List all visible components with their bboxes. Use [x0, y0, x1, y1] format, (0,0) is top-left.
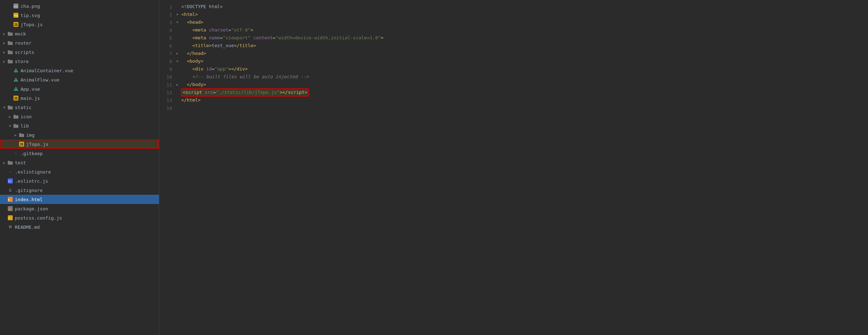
- sidebar-item-lib[interactable]: lib: [0, 121, 159, 130]
- fold-arrow[interactable]: ▶: [176, 83, 181, 86]
- sidebar-item-router[interactable]: router: [0, 38, 159, 47]
- plain-icon: ·: [7, 169, 13, 174]
- code-line-2: 2▼<html>: [159, 11, 868, 18]
- sidebar-item-label: package.json: [15, 206, 159, 211]
- sidebar-item-app-vue[interactable]: App.vue: [0, 84, 159, 93]
- sidebar-item-package-json[interactable]: {}package.json: [0, 204, 159, 213]
- line-content: </html>: [181, 96, 862, 104]
- sidebar-item-label: icon: [21, 114, 159, 119]
- sidebar-item-postcss-config-js[interactable]: JSpostcss.config.js: [0, 213, 159, 222]
- sidebar-item-tip-svg[interactable]: svgtip.svg: [0, 11, 159, 20]
- folder-icon: [7, 40, 13, 45]
- svg-rect-33: [8, 161, 10, 162]
- line-content: <head>: [181, 18, 862, 26]
- line-number: 5: [159, 35, 176, 41]
- sidebar-item-gitkeep[interactable]: ·.gitkeep: [0, 149, 159, 158]
- line-number: 4: [159, 28, 176, 33]
- line-number: 8: [159, 59, 176, 64]
- svg-text:JS: JS: [14, 97, 18, 100]
- line-number: 1: [159, 4, 176, 10]
- sidebar-item-label: index.html: [15, 197, 159, 202]
- line-content: </body>: [181, 81, 862, 89]
- svg-rect-25: [13, 115, 16, 116]
- sidebar-item-readme-md[interactable]: MREADME.md: [0, 222, 159, 232]
- sidebar-item-mock[interactable]: mock: [0, 29, 159, 38]
- fold-arrow[interactable]: ▼: [176, 21, 181, 24]
- line-content: <script src="./static/lib/jTopo.js"></sc…: [181, 89, 862, 96]
- code-line-8: 8▼ <body>: [159, 57, 868, 65]
- line-number: 10: [159, 74, 176, 80]
- line-number: 7: [159, 51, 176, 56]
- file-tree: pngcha.pngsvgtip.svgJSjTopo.js mock rout…: [0, 0, 159, 335]
- fold-arrow[interactable]: ▶: [176, 52, 181, 55]
- line-content: <html>: [181, 11, 862, 18]
- sidebar-item-label: jTopo.js: [21, 22, 159, 27]
- sidebar-item-animal-container-vue[interactable]: AnimalContainer.vue: [0, 66, 159, 75]
- sidebar-item-label: lib: [21, 123, 159, 129]
- sidebar-item-label: store: [15, 59, 159, 64]
- folder-icon: [13, 123, 19, 128]
- line-content: <meta name="viewport" content="width=dev…: [181, 34, 862, 42]
- svg-rect-13: [8, 59, 10, 61]
- line-number: 3: [159, 20, 176, 25]
- fold-arrow[interactable]: ▼: [176, 13, 181, 16]
- sidebar-item-static[interactable]: static: [0, 103, 159, 112]
- code-line-4: 4 <meta charset="utf-8">: [159, 26, 868, 34]
- sidebar-item-label: cha.png: [21, 4, 159, 9]
- code-line-11: 11▶ </body>: [159, 81, 868, 89]
- svg-rect-29: [19, 133, 21, 135]
- vue-icon: [13, 68, 19, 73]
- png-icon: png: [13, 4, 19, 8]
- line-number: 12: [159, 90, 176, 95]
- svg-text:JS: JS: [8, 217, 10, 219]
- sidebar-item-animal-flow-vue[interactable]: AnimalFlow.vue: [0, 75, 159, 84]
- sidebar-item-label: App.vue: [21, 86, 159, 92]
- sidebar-item-eslintrc-js[interactable]: ES.eslintrc.js: [0, 176, 159, 186]
- code-line-3: 3▼ <head>: [159, 18, 868, 26]
- code-line-1: 1 <!DOCTYPE html>: [159, 3, 868, 11]
- code-line-7: 7▶ </head>: [159, 50, 868, 57]
- line-content: <!-- built files will be auto injected -…: [181, 73, 862, 81]
- js-icon: JS: [13, 96, 19, 101]
- sidebar-item-icon[interactable]: icon: [0, 112, 159, 121]
- line-content: <div id="app"></div>: [181, 65, 862, 73]
- svg-text:JS: JS: [14, 23, 18, 27]
- sidebar-item-label: postcss.config.js: [15, 215, 159, 221]
- line-number: 14: [159, 106, 176, 111]
- code-line-5: 5 <meta name="viewport" content="width=d…: [159, 34, 868, 42]
- svg-rect-7: [8, 32, 10, 33]
- js-icon: JS: [18, 142, 25, 147]
- sidebar-item-img[interactable]: img: [0, 130, 159, 140]
- sidebar-item-jTopo-js[interactable]: JSjTopo.js: [0, 140, 159, 149]
- postcss-icon: JS: [7, 215, 13, 220]
- svg-text:H: H: [8, 199, 10, 201]
- line-content: </head>: [181, 50, 862, 57]
- sidebar-item-store[interactable]: store: [0, 57, 159, 66]
- svg-rect-27: [13, 124, 16, 125]
- svg-text:{}: {}: [8, 208, 11, 211]
- line-number: 13: [159, 98, 176, 103]
- sidebar-item-label: main.js: [21, 96, 159, 101]
- sidebar-item-label: jTopo.js: [26, 142, 159, 147]
- sidebar-item-main-js[interactable]: JSmain.js: [0, 93, 159, 103]
- svg-text:png: png: [14, 5, 17, 7]
- sidebar-item-label: scripts: [15, 50, 159, 55]
- sidebar-item-scripts[interactable]: scripts: [0, 47, 159, 57]
- sidebar-item-label: .gitkeep: [21, 151, 159, 156]
- sidebar-item-test[interactable]: test: [0, 158, 159, 167]
- line-content: <body>: [181, 57, 862, 65]
- folder-icon: [7, 160, 13, 165]
- code-line-9: 9 <div id="app"></div>: [159, 65, 868, 73]
- sidebar-item-label: router: [15, 40, 159, 46]
- fold-arrow[interactable]: ▼: [176, 59, 181, 63]
- sidebar-item-label: AnimalFlow.vue: [21, 77, 159, 83]
- sidebar-item-cha-png[interactable]: pngcha.png: [0, 1, 159, 11]
- sidebar-item-index-html[interactable]: Hindex.html: [0, 195, 159, 204]
- sidebar-item-jTopo-js-top[interactable]: JSjTopo.js: [0, 20, 159, 29]
- sidebar-item-label: img: [26, 132, 159, 138]
- sidebar-item-label: mock: [15, 31, 159, 36]
- json-icon: {}: [7, 206, 13, 211]
- sidebar-item-eslintignore[interactable]: ·.eslintignore: [0, 167, 159, 176]
- sidebar-item-gitignore[interactable]: G.gitignore: [0, 186, 159, 195]
- code-editor: 1 <!DOCTYPE html>2▼<html>3▼ <head>4 <met…: [159, 0, 868, 335]
